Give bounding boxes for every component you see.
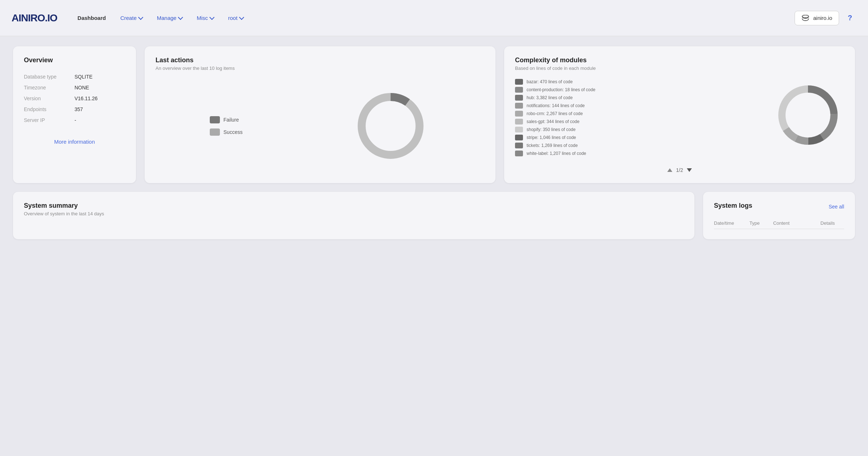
top-row: Overview Database type SQLITE Timezone N… xyxy=(13,46,855,183)
table-row: Database type SQLITE xyxy=(24,71,125,82)
pagination-next[interactable] xyxy=(687,168,692,172)
failure-swatch xyxy=(210,116,220,123)
navbar-right: ainiro.io ? xyxy=(795,11,856,25)
more-information-link[interactable]: More information xyxy=(24,139,125,145)
system-logs-card: System logs See all Date/time Type Conte… xyxy=(703,192,855,239)
user-button[interactable]: ainiro.io xyxy=(795,11,839,25)
pagination-prev[interactable] xyxy=(667,168,672,172)
module-label: sales-gpt: 344 lines of code xyxy=(527,119,579,124)
module-label: stripe: 1,046 lines of code xyxy=(527,135,576,140)
system-logs-header: System logs See all xyxy=(714,202,844,211)
complexity-donut xyxy=(772,79,844,153)
table-row: Timezone NONE xyxy=(24,82,125,93)
svg-point-0 xyxy=(802,15,809,17)
table-row: Version V16.11.26 xyxy=(24,93,125,104)
database-icon xyxy=(801,15,809,21)
nav-manage[interactable]: Manage xyxy=(151,12,188,24)
complexity-card: Complexity of modules Based on lines of … xyxy=(504,46,855,183)
donut-area: Failure Success xyxy=(156,79,485,173)
see-all-link[interactable]: See all xyxy=(829,204,844,210)
donut-chart xyxy=(351,86,430,166)
module-label: tickets: 1,269 lines of code xyxy=(527,143,578,148)
legend: Failure Success xyxy=(210,116,243,136)
logs-table-header: Date/time Type Content Details xyxy=(714,218,844,229)
field-value: SQLITE xyxy=(75,71,125,82)
success-swatch xyxy=(210,128,220,136)
nav-dashboard[interactable]: Dashboard xyxy=(72,12,111,24)
system-summary-subtitle: Overview of system in the last 14 days xyxy=(24,211,684,216)
field-value: NONE xyxy=(75,82,125,93)
navbar: AINIRO.IO Dashboard Create Manage Misc r… xyxy=(0,0,868,36)
list-item: stripe: 1,046 lines of code xyxy=(515,135,765,140)
col-datetime: Date/time xyxy=(714,220,749,226)
field-label: Database type xyxy=(24,71,75,82)
table-row: Endpoints 357 xyxy=(24,104,125,115)
legend-success: Success xyxy=(210,128,243,136)
field-value: 357 xyxy=(75,104,125,115)
module-label: notifications: 144 lines of code xyxy=(527,103,585,108)
overview-card: Overview Database type SQLITE Timezone N… xyxy=(13,46,136,183)
bottom-row: System summary Overview of system in the… xyxy=(13,192,855,239)
nav-create[interactable]: Create xyxy=(115,12,148,24)
overview-table: Database type SQLITE Timezone NONE Versi… xyxy=(24,71,125,126)
list-item: tickets: 1,269 lines of code xyxy=(515,143,765,148)
module-label: white-label: 1,207 lines of code xyxy=(527,151,586,156)
col-type: Type xyxy=(749,220,773,226)
pagination-label: 1/2 xyxy=(676,167,683,173)
field-label: Endpoints xyxy=(24,104,75,115)
chevron-down-icon xyxy=(178,15,183,20)
last-actions-title: Last actions xyxy=(156,56,485,64)
field-value: V16.11.26 xyxy=(75,93,125,104)
list-item: robo-crm: 2,267 lines of code xyxy=(515,111,765,117)
list-item: bazar: 470 lines of code xyxy=(515,79,765,85)
last-actions-card: Last actions An overview over the last 1… xyxy=(145,46,495,183)
chevron-down-icon xyxy=(138,15,143,20)
module-swatch xyxy=(515,95,523,101)
module-label: robo-crm: 2,267 lines of code xyxy=(527,111,583,116)
module-swatch xyxy=(515,119,523,124)
nav-root[interactable]: root xyxy=(222,12,249,24)
module-label: hub: 3,382 lines of code xyxy=(527,95,573,100)
system-summary-card: System summary Overview of system in the… xyxy=(13,192,694,239)
system-logs-title: System logs xyxy=(714,202,752,210)
module-label: bazar: 470 lines of code xyxy=(527,79,573,84)
module-label: content-production: 18 lines of code xyxy=(527,87,595,92)
nav-misc[interactable]: Misc xyxy=(191,12,220,24)
col-details: Details xyxy=(821,220,844,226)
col-content: Content xyxy=(773,220,821,226)
chevron-down-icon xyxy=(239,15,244,20)
list-item: white-label: 1,207 lines of code xyxy=(515,151,765,156)
module-swatch xyxy=(515,135,523,140)
module-swatch xyxy=(515,127,523,132)
last-actions-subtitle: An overview over the last 10 log items xyxy=(156,66,485,71)
field-label: Timezone xyxy=(24,82,75,93)
list-item: content-production: 18 lines of code xyxy=(515,87,765,93)
main-content: Overview Database type SQLITE Timezone N… xyxy=(0,36,868,249)
complexity-content: bazar: 470 lines of code content-product… xyxy=(515,79,844,161)
module-swatch xyxy=(515,79,523,85)
list-item: shopify: 350 lines of code xyxy=(515,127,765,132)
table-row: Server IP - xyxy=(24,115,125,126)
chevron-down-icon xyxy=(209,15,214,20)
module-swatch xyxy=(515,103,523,109)
list-item: hub: 3,382 lines of code xyxy=(515,95,765,101)
field-value: - xyxy=(75,115,125,126)
help-button[interactable]: ? xyxy=(843,12,856,25)
logo: AINIRO.IO xyxy=(12,12,57,24)
svg-point-1 xyxy=(362,97,420,155)
complexity-title: Complexity of modules xyxy=(515,56,844,64)
legend-failure: Failure xyxy=(210,116,243,123)
pagination: 1/2 xyxy=(515,167,844,173)
system-summary-title: System summary xyxy=(24,202,684,210)
module-swatch xyxy=(515,143,523,148)
module-swatch xyxy=(515,111,523,117)
module-swatch xyxy=(515,151,523,156)
list-item: sales-gpt: 344 lines of code xyxy=(515,119,765,124)
field-label: Version xyxy=(24,93,75,104)
module-label: shopify: 350 lines of code xyxy=(527,127,575,132)
module-swatch xyxy=(515,87,523,93)
complexity-subtitle: Based on lines of code in each module xyxy=(515,66,844,71)
module-list: bazar: 470 lines of code content-product… xyxy=(515,79,765,156)
nav-links: Dashboard Create Manage Misc root xyxy=(72,12,780,24)
overview-title: Overview xyxy=(24,56,125,64)
